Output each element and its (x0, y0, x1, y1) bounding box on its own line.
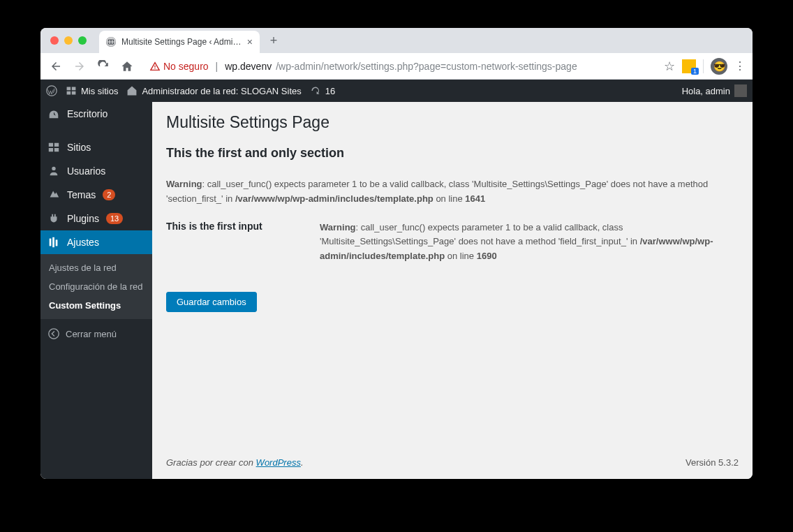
warning-label: Warning (320, 222, 356, 232)
user-greeting[interactable]: Hola, admin (682, 84, 747, 97)
toolbar-right: ☆ 1 😎 ⋮ (664, 58, 746, 75)
submenu-custom-settings[interactable]: Custom Settings (40, 296, 152, 315)
not-secure-label: No seguro (163, 61, 209, 72)
browser-toolbar: No seguro | wp.devenv/wp-admin/network/s… (40, 53, 753, 80)
wp-admin-sidebar: Escritorio Sitios Usuarios Temas 2 Plugi… (40, 102, 152, 479)
warning-line: 1690 (477, 251, 497, 261)
my-sites-label: Mis sitios (81, 86, 118, 96)
field-label: This is the first input (166, 221, 306, 232)
url-path: /wp-admin/network/settings.php?page=cust… (276, 61, 577, 72)
back-button[interactable] (47, 58, 64, 75)
user-avatar (734, 84, 747, 97)
wp-adminbar: Mis sitios Administrador de la red: SLOG… (40, 80, 753, 102)
close-tab-button[interactable]: × (247, 36, 253, 47)
wp-content-area: Multisite Settings Page This the first a… (152, 102, 753, 479)
window-controls (50, 36, 87, 45)
updates-button[interactable]: 16 (310, 85, 335, 96)
section-title: This the first and only section (166, 146, 739, 161)
browser-window: Multisite Settings Page ‹ Adminis × + No… (40, 28, 753, 479)
reload-button[interactable] (95, 58, 112, 75)
svg-point-2 (52, 167, 55, 170)
address-bar[interactable]: No seguro | wp.devenv/wp-admin/network/s… (142, 57, 657, 76)
sidebar-item-users[interactable]: Usuarios (40, 159, 152, 183)
warning-label: Warning (166, 179, 202, 189)
updates-count: 16 (325, 86, 335, 96)
url-divider: | (216, 61, 218, 72)
themes-badge: 2 (103, 189, 115, 200)
warning-on-line: on line (445, 251, 477, 261)
version-label: Versión 5.3.2 (685, 457, 739, 468)
sidebar-label: Temas (67, 189, 96, 200)
sidebar-label: Sitios (67, 142, 91, 153)
svg-rect-4 (52, 237, 54, 247)
minimize-window-button[interactable] (64, 36, 73, 45)
wp-footer: Gracias por crear con WordPress. Versión… (152, 446, 753, 479)
wp-logo-button[interactable] (46, 85, 57, 96)
svg-rect-3 (50, 239, 52, 246)
network-admin-label: Administrador de la red: SLOGAN Sites (142, 86, 301, 96)
php-warning-1: Warning: call_user_func() expects parame… (166, 177, 739, 207)
submenu-network-setup[interactable]: Configuración de la red (40, 277, 152, 296)
warning-file: /var/www/wp/wp-admin/includes/template.p… (235, 193, 433, 204)
browser-tab-strip: Multisite Settings Page ‹ Adminis × + (40, 28, 753, 53)
php-warning-2: Warning: call_user_func() expects parame… (320, 221, 739, 264)
sidebar-label: Escritorio (67, 108, 108, 119)
globe-icon (106, 37, 116, 47)
close-window-button[interactable] (50, 36, 59, 45)
collapse-menu-button[interactable]: Cerrar menú (40, 319, 152, 348)
settings-submenu: Ajustes de la red Configuración de la re… (40, 254, 152, 319)
sidebar-label: Plugins (67, 213, 99, 224)
profile-avatar[interactable]: 😎 (711, 58, 727, 75)
sidebar-label: Usuarios (67, 165, 105, 177)
tab-title: Multisite Settings Page ‹ Adminis (121, 37, 242, 47)
sidebar-item-settings[interactable]: Ajustes (40, 230, 152, 254)
toolbar-divider (703, 59, 704, 73)
form-row: This is the first input Warning: call_us… (166, 221, 739, 264)
sidebar-label: Ajustes (67, 237, 99, 248)
browser-menu-button[interactable]: ⋮ (734, 59, 746, 73)
extension-badge[interactable]: 1 (682, 59, 696, 73)
warning-on-line: on line (433, 193, 466, 204)
svg-rect-5 (56, 239, 58, 246)
bookmark-star-icon[interactable]: ☆ (664, 59, 675, 74)
wp-body: Multisite Settings Page This the first a… (152, 102, 753, 446)
my-sites-button[interactable]: Mis sitios (66, 85, 118, 96)
home-button[interactable] (119, 58, 135, 75)
sidebar-item-sites[interactable]: Sitios (40, 135, 152, 159)
url-host: wp.devenv (225, 61, 272, 72)
submenu-network-settings[interactable]: Ajustes de la red (40, 258, 152, 277)
save-button[interactable]: Guardar cambios (166, 292, 257, 312)
new-tab-button[interactable]: + (264, 31, 283, 50)
sidebar-item-themes[interactable]: Temas 2 (40, 183, 152, 207)
warning-line: 1641 (465, 193, 485, 204)
wordpress-link[interactable]: WordPress (256, 457, 301, 468)
extension-badge-count: 1 (691, 68, 699, 75)
sidebar-item-plugins[interactable]: Plugins 13 (40, 207, 152, 230)
warning-text: : call_user_func() expects parameter 1 t… (320, 222, 640, 247)
maximize-window-button[interactable] (78, 36, 87, 45)
greeting-text: Hola, admin (682, 86, 730, 96)
security-indicator[interactable]: No seguro (149, 61, 209, 72)
plugins-badge: 13 (106, 213, 123, 224)
sidebar-item-dashboard[interactable]: Escritorio (40, 102, 152, 126)
svg-point-6 (49, 329, 59, 339)
network-admin-button[interactable]: Administrador de la red: SLOGAN Sites (126, 85, 301, 96)
browser-tab[interactable]: Multisite Settings Page ‹ Adminis × (99, 31, 260, 53)
collapse-label: Cerrar menú (66, 329, 117, 339)
wp-main-wrap: Escritorio Sitios Usuarios Temas 2 Plugi… (40, 102, 753, 479)
forward-button[interactable] (71, 58, 88, 75)
page-title: Multisite Settings Page (166, 113, 739, 132)
footer-thanks: Gracias por crear con WordPress. (166, 457, 304, 468)
